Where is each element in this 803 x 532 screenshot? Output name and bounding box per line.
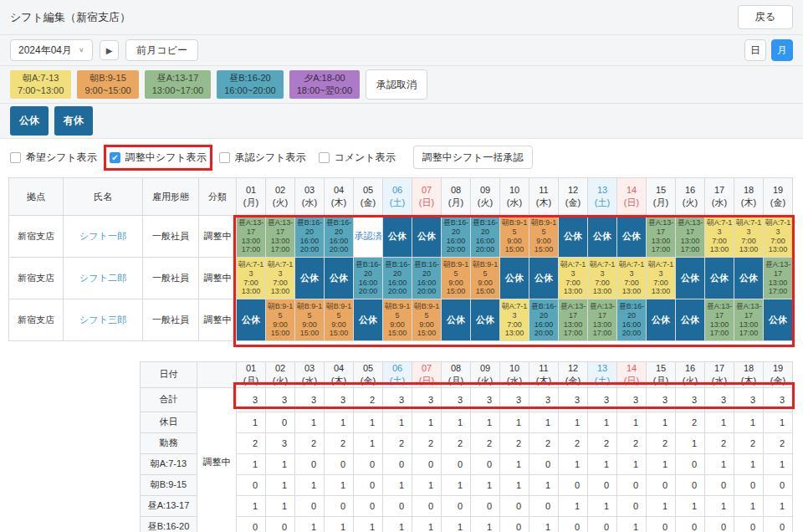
legend-badge-yuA[interactable]: 夕A:18-0018:00~翌0:00	[289, 70, 360, 99]
summary-value-cell: 2	[295, 432, 325, 453]
shift-cell-asaA[interactable]: 朝A:7-137:0013:00	[588, 258, 617, 299]
employee-link[interactable]: シフト三郎	[79, 315, 126, 325]
shift-cell-kokyu[interactable]: 公休	[500, 258, 529, 299]
holiday-button-kokyu[interactable]: 公休	[10, 106, 49, 136]
shift-cell-hiruB[interactable]: 昼B:16-2016:0020:00	[412, 258, 442, 299]
shift-cell-kokyu[interactable]: 公休	[734, 258, 764, 299]
shift-start: 7:00	[237, 279, 265, 288]
shift-cell-kokyu[interactable]: 公休	[295, 258, 325, 299]
shift-cell-kokyu[interactable]: 公休	[764, 299, 793, 341]
month-select[interactable]: 2024年04月 ∨	[10, 39, 93, 61]
employee-link[interactable]: シフト二郎	[79, 273, 126, 283]
shift-cell-kokyu[interactable]: 公休	[442, 299, 471, 341]
shift-name: 昼B:16-20	[412, 260, 441, 279]
shift-cell-hiruB[interactable]: 昼B:16-2016:0020:00	[617, 299, 647, 341]
shift-cell-kokyu[interactable]: 公休	[237, 299, 266, 341]
approval-cancel-button[interactable]: 承認取消	[366, 69, 427, 100]
checkbox[interactable]	[319, 152, 330, 163]
filter-item-2[interactable]: 承認シフト表示	[219, 151, 306, 165]
shift-cell-hiruA[interactable]: 昼A:13-1713:0017:00	[647, 216, 676, 258]
shift-cell-kokyu[interactable]: 公休	[383, 216, 412, 258]
shift-cell-hiruB[interactable]: 昼B:16-2016:0020:00	[529, 299, 559, 341]
view-month-button[interactable]: 月	[771, 39, 793, 61]
employee-link[interactable]: シフト一郎	[79, 231, 126, 241]
shift-cell-hiruA[interactable]: 昼A:13-1713:0017:00	[237, 216, 266, 258]
day-header-10: 10(水)	[500, 362, 529, 388]
shift-cell-asaA[interactable]: 朝A:7-137:0013:00	[764, 216, 793, 258]
shift-cell-kokyu[interactable]: 公休	[471, 299, 500, 341]
shift-cell-hiruA[interactable]: 昼A:13-1713:0017:00	[676, 216, 705, 258]
summary-value-cell: 3	[471, 387, 500, 412]
legend-badge-asaA[interactable]: 朝A:7-137:00~13:00	[10, 70, 71, 99]
shift-cell-kokyu[interactable]: 公休	[529, 258, 559, 299]
day-weekday: (木)	[325, 197, 353, 209]
schedule-table-container: 拠点氏名雇用形態分類01(月)02(火)03(水)04(木)05(金)06(土)…	[8, 177, 793, 341]
shift-cell-kokyu[interactable]: 公休	[588, 216, 617, 258]
summary-row-label: 合計	[141, 387, 197, 412]
checkbox[interactable]	[219, 152, 230, 163]
filter-item-3[interactable]: コメント表示	[319, 151, 396, 165]
shift-cell-hiruA[interactable]: 昼A:13-1713:0017:00	[764, 258, 793, 299]
shift-cell-kokyu[interactable]: 公休	[559, 216, 588, 258]
shift-cell-asaB[interactable]: 朝B:9-159:0015:00	[295, 299, 325, 341]
shift-cell-asaB[interactable]: 朝B:9-159:0015:00	[383, 299, 412, 341]
shift-cell-asaB[interactable]: 朝B:9-159:0015:00	[500, 216, 529, 258]
shift-cell-hiruB[interactable]: 昼B:16-2016:0020:00	[325, 216, 354, 258]
shift-cell-kokyu[interactable]: 公休	[647, 299, 676, 341]
shift-cell-asaB[interactable]: 朝B:9-159:0015:00	[442, 258, 471, 299]
shift-cell-kokyu[interactable]: 公休	[354, 299, 383, 341]
view-day-button[interactable]: 日	[744, 39, 766, 61]
shift-cell-asaA[interactable]: 朝A:7-137:0013:00	[647, 258, 676, 299]
shift-cell-hiruA[interactable]: 昼A:13-1713:0017:00	[734, 299, 764, 341]
legend-badge-hiruA[interactable]: 昼A:13-1713:00~17:00	[145, 70, 211, 99]
shift-name: 朝B:9-15	[325, 302, 353, 320]
bulk-approve-button[interactable]: 調整中シフト一括承認	[413, 146, 533, 169]
copy-prev-month-button[interactable]: 前月コピー	[125, 39, 198, 61]
shift-cell-kokyu[interactable]: 公休	[676, 258, 705, 299]
shift-cell-asaB[interactable]: 朝B:9-159:0015:00	[412, 299, 442, 341]
shift-cell-asaA[interactable]: 朝A:7-137:0013:00	[705, 216, 734, 258]
shift-cell-hiruB[interactable]: 昼B:16-2016:0020:00	[295, 216, 325, 258]
shift-cell-hiruB[interactable]: 昼B:16-2016:0020:00	[471, 216, 500, 258]
shift-name: 昼B:16-20	[617, 302, 646, 320]
shift-cell-approved[interactable]: 承認済	[354, 216, 383, 258]
legend-badge-hiruB[interactable]: 昼B:16-2016:00~20:00	[217, 70, 283, 99]
shift-cell-hiruB[interactable]: 昼B:16-2016:0020:00	[383, 258, 412, 299]
shift-cell-hiruB[interactable]: 昼B:16-2016:0020:00	[442, 216, 471, 258]
shift-name: 昼A:13-17	[647, 218, 675, 237]
filter-item-0[interactable]: 希望シフト表示	[10, 151, 97, 165]
checkbox[interactable]	[10, 152, 21, 163]
shift-cell-asaA[interactable]: 朝A:7-137:0013:00	[266, 258, 295, 299]
next-month-button[interactable]: ▶	[100, 40, 120, 60]
summary-value-cell: 1	[295, 474, 325, 495]
shift-cell-hiruA[interactable]: 昼A:13-1713:0017:00	[705, 299, 734, 341]
shift-cell-hiruB[interactable]: 昼B:16-2016:0020:00	[354, 258, 383, 299]
shift-cell-asaA[interactable]: 朝A:7-137:0013:00	[559, 258, 588, 299]
shift-cell-asaB[interactable]: 朝B:9-159:0015:00	[471, 258, 500, 299]
holiday-button-yukyu[interactable]: 有休	[54, 106, 93, 136]
shift-end: 17:00	[588, 329, 616, 338]
shift-cell-asaA[interactable]: 朝A:7-137:0013:00	[734, 216, 764, 258]
shift-cell-hiruA[interactable]: 昼A:13-1713:0017:00	[266, 216, 295, 258]
shift-cell-asaA[interactable]: 朝A:7-137:0013:00	[237, 258, 266, 299]
shift-cell-kokyu[interactable]: 公休	[705, 258, 734, 299]
day-header-06: 06(土)	[383, 178, 412, 216]
legend-badge-asaB[interactable]: 朝B:9-159:00~15:00	[77, 70, 138, 99]
shift-cell-asaB[interactable]: 朝B:9-159:0015:00	[325, 299, 354, 341]
summary-value-cell: 0	[325, 495, 354, 516]
shift-start: 9:00	[471, 279, 499, 288]
filter-item-1[interactable]: ✔調整中シフト表示	[110, 151, 207, 165]
shift-cell-asaB[interactable]: 朝B:9-159:0015:00	[529, 216, 559, 258]
summary-row: 昼B:16-200011111110100100000	[141, 516, 793, 532]
checkbox-checked[interactable]: ✔	[110, 152, 120, 163]
shift-cell-asaA[interactable]: 朝A:7-137:0013:00	[617, 258, 647, 299]
back-button[interactable]: 戻る	[738, 5, 793, 28]
shift-cell-asaA[interactable]: 朝A:7-137:0013:00	[500, 299, 529, 341]
shift-cell-hiruA[interactable]: 昼A:13-1713:0017:00	[588, 299, 617, 341]
shift-cell-asaB[interactable]: 朝B:9-159:0015:00	[266, 299, 295, 341]
shift-cell-kokyu[interactable]: 公休	[325, 258, 354, 299]
shift-cell-kokyu[interactable]: 公休	[676, 299, 705, 341]
shift-cell-hiruA[interactable]: 昼A:13-1713:0017:00	[559, 299, 588, 341]
shift-cell-kokyu[interactable]: 公休	[617, 216, 647, 258]
shift-cell-kokyu[interactable]: 公休	[412, 216, 442, 258]
